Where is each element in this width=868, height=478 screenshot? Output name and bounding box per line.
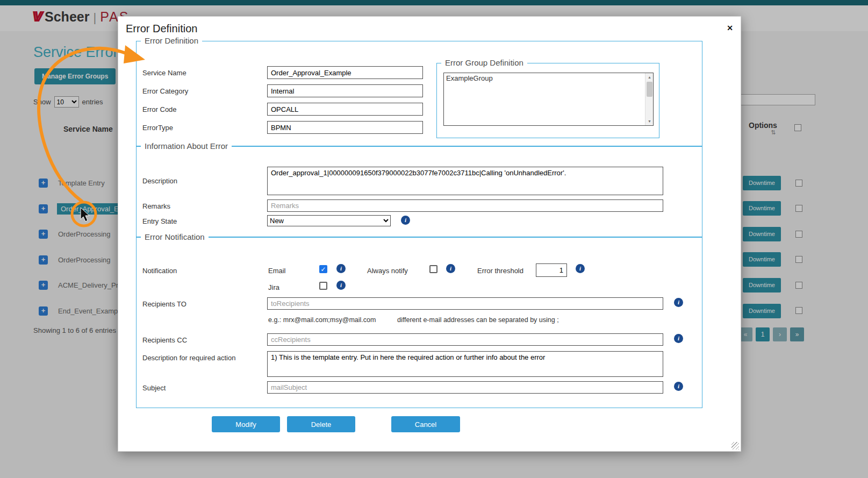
- email-hint-note: different e-mail addresses can be separa…: [397, 316, 559, 324]
- section-error-group-definition: Error Group Definition ExampleGroup ▲ ▼: [436, 63, 659, 138]
- jira-checkbox[interactable]: [319, 282, 327, 290]
- jira-label: Jira: [268, 283, 279, 291]
- info-icon[interactable]: i: [446, 264, 455, 273]
- notification-label: Notification: [142, 267, 177, 275]
- scrollbar-thumb[interactable]: [647, 82, 652, 97]
- info-icon[interactable]: i: [336, 281, 346, 290]
- remarks-label: Remarks: [142, 202, 170, 210]
- section-error-definition: Error Definition Service Name Error Cate…: [136, 41, 702, 146]
- delete-button[interactable]: Delete: [287, 416, 355, 432]
- email-checkbox[interactable]: ✓: [319, 265, 327, 273]
- close-icon[interactable]: ✕: [727, 24, 733, 32]
- section-legend: Error Group Definition: [441, 58, 527, 67]
- recipients-to-input[interactable]: [267, 297, 663, 310]
- description-textarea[interactable]: Order_approval_1|000000091650f379000022b…: [267, 167, 663, 195]
- section-information-about-error: Information About Error Description Orde…: [136, 146, 702, 237]
- subject-input[interactable]: [267, 381, 663, 394]
- section-error-notification: Error Notification Notification Email ✓ …: [136, 237, 702, 408]
- service-name-label: Service Name: [142, 69, 186, 77]
- error-group-listbox[interactable]: ExampleGroup ▲ ▼: [443, 73, 654, 126]
- required-action-textarea[interactable]: 1) This is the template entry. Put in he…: [267, 351, 663, 377]
- recipients-cc-input[interactable]: [267, 333, 663, 346]
- error-threshold-input[interactable]: [536, 263, 567, 277]
- email-hint-example: e.g.: mrx@mail.com;msy@mail.com: [268, 316, 376, 324]
- description-label: Description: [142, 177, 177, 185]
- email-label: Email: [268, 267, 286, 275]
- error-category-input[interactable]: [267, 84, 423, 97]
- error-group-item[interactable]: ExampleGroup: [446, 74, 493, 82]
- error-code-input[interactable]: [267, 103, 423, 116]
- error-category-label: Error Category: [142, 87, 188, 95]
- always-notify-checkbox[interactable]: [429, 265, 437, 273]
- required-action-label: Description for required action: [142, 354, 235, 362]
- remarks-input[interactable]: [267, 199, 663, 212]
- error-code-label: Error Code: [142, 105, 177, 113]
- cancel-button[interactable]: Cancel: [391, 416, 460, 432]
- resize-handle[interactable]: [731, 442, 739, 450]
- entry-state-select[interactable]: New: [267, 215, 391, 226]
- info-icon[interactable]: i: [576, 264, 585, 273]
- info-icon[interactable]: i: [674, 334, 683, 343]
- info-icon[interactable]: i: [674, 298, 683, 307]
- section-legend: Error Definition: [141, 36, 202, 45]
- error-type-label: ErrorType: [142, 124, 173, 132]
- modify-button[interactable]: Modify: [212, 416, 280, 432]
- error-definition-dialog: Error Definition ✕ Error Definition Serv…: [118, 16, 741, 452]
- info-icon[interactable]: i: [336, 264, 346, 273]
- service-name-input[interactable]: [267, 66, 423, 79]
- entry-state-label: Entry State: [142, 217, 177, 225]
- recipients-to-label: Recipients TO: [142, 300, 186, 308]
- recipients-cc-label: Recipients CC: [142, 336, 187, 344]
- subject-label: Subject: [142, 384, 166, 392]
- section-legend: Information About Error: [141, 141, 232, 151]
- scroll-up-icon[interactable]: ▲: [645, 73, 654, 81]
- info-icon[interactable]: i: [674, 382, 683, 391]
- listbox-scrollbar[interactable]: ▲ ▼: [645, 73, 653, 125]
- error-type-input[interactable]: [267, 121, 423, 134]
- error-threshold-label: Error threshold: [477, 267, 523, 275]
- section-legend: Error Notification: [141, 232, 209, 241]
- screen: VV Scheer | PAS Service Error List Manag…: [0, 0, 868, 478]
- always-notify-label: Always notify: [367, 267, 408, 275]
- scroll-down-icon[interactable]: ▼: [645, 117, 654, 125]
- dialog-title: Error Definition: [126, 23, 197, 35]
- info-icon[interactable]: i: [401, 216, 410, 225]
